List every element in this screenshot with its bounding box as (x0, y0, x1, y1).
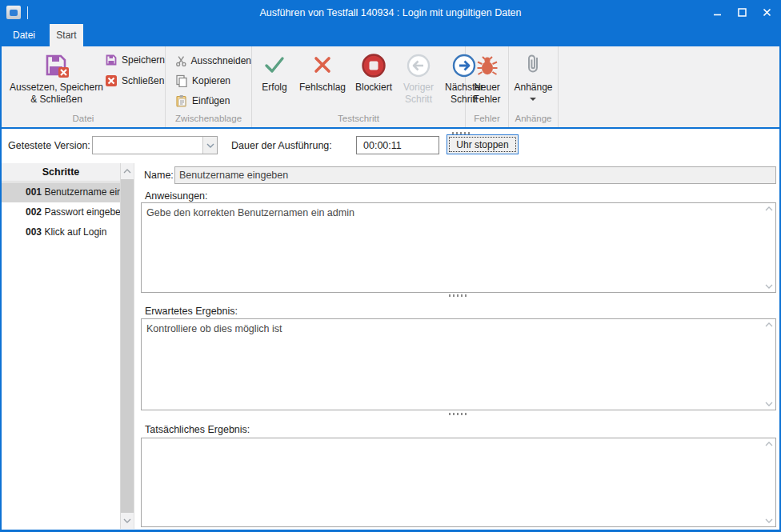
step-item-001[interactable]: 001 Benutzername eingeben (2, 182, 120, 202)
step-number: 003 (26, 226, 42, 238)
splitter-handle[interactable] (449, 413, 468, 415)
instructions-textarea[interactable]: Gebe den korrekten Benutzernamen ein adm… (142, 203, 775, 292)
instructions-box: Gebe den korrekten Benutzernamen ein adm… (141, 202, 776, 293)
scroll-down-icon (765, 284, 773, 289)
duration-label: Dauer der Ausführung: (231, 140, 332, 151)
copy-label: Kopieren (192, 75, 230, 86)
minimize-button[interactable] (705, 2, 730, 23)
step-number: 001 (26, 186, 42, 198)
scroll-up-icon (765, 442, 773, 446)
tested-version-label: Getestete Version: (8, 140, 90, 151)
close-icon (763, 8, 771, 17)
group-label-testschritt: Testschritt (252, 113, 465, 127)
step-number: 002 (26, 206, 42, 218)
save-icon (105, 54, 118, 66)
save-button[interactable]: Speichern (105, 54, 165, 66)
titlebar-separator (27, 6, 28, 19)
steps-header: Schritte (2, 163, 120, 182)
combo-chevron-icon (206, 143, 214, 148)
actual-result-label: Tatsächliches Ergebnis: (145, 424, 250, 435)
cut-button[interactable]: Ausschneiden (175, 54, 251, 67)
scroll-up-icon (765, 322, 773, 327)
pass-button[interactable]: Erfolg (255, 46, 294, 113)
tab-start[interactable]: Start (50, 24, 83, 46)
copy-icon (175, 74, 188, 87)
window-controls (705, 2, 779, 23)
scroll-down-icon (765, 402, 773, 406)
group-label-datei: Datei (2, 113, 165, 127)
previous-step-button[interactable]: Voriger Schritt (399, 46, 438, 113)
maximize-button[interactable] (730, 2, 755, 23)
actual-result-textarea[interactable] (142, 438, 775, 526)
close-button[interactable] (755, 2, 779, 23)
new-defect-button[interactable]: Neuer Fehler (466, 46, 508, 113)
ribbon-group-fehler: Neuer Fehler Fehler (466, 46, 509, 127)
close-window-button[interactable]: Schließen (105, 74, 165, 87)
step-label: Klick auf Login (44, 226, 106, 238)
suspend-save-close-button[interactable]: Aussetzen, Speichern & Schließen (8, 46, 105, 106)
save-label: Speichern (122, 54, 165, 66)
ribbon: Aussetzen, Speichern & Schließen Speiche… (2, 46, 779, 129)
scroll-down-icon (123, 518, 131, 523)
cross-icon (310, 52, 335, 81)
tested-version-combobox[interactable] (92, 136, 218, 154)
title-bar: Ausführen von Testfall 140934 : Login mi… (2, 2, 779, 23)
ribbon-group-datei: Aussetzen, Speichern & Schließen Speiche… (2, 46, 166, 127)
prev-arrow-icon (405, 52, 432, 81)
suspend-save-close-label: Aussetzen, Speichern & Schließen (8, 82, 105, 106)
main-content: Schritte 001 Benutzername eingeben 002 P… (2, 163, 779, 529)
step-item-002[interactable]: 002 Passwort eingeben (2, 202, 120, 222)
new-defect-label: Neuer Fehler (466, 82, 508, 106)
expected-result-label: Erwartetes Ergebnis: (145, 306, 238, 317)
scroll-down-icon (765, 518, 773, 523)
group-label-fehler: Fehler (466, 113, 508, 127)
ribbon-group-testschritt: Erfolg Fehlschlag Blockiert (252, 46, 466, 127)
ribbon-tab-row: Datei Start (2, 23, 779, 46)
copy-button[interactable]: Kopieren (175, 74, 251, 87)
fail-button[interactable]: Fehlschlag (297, 46, 348, 113)
previous-step-label: Voriger Schritt (399, 82, 438, 106)
blocked-button[interactable]: Blockiert (351, 46, 396, 113)
bug-icon (475, 52, 500, 81)
step-item-003[interactable]: 003 Klick auf Login (2, 222, 120, 242)
step-label: Benutzername eingeben (44, 186, 120, 198)
tested-version-input[interactable] (93, 137, 202, 154)
close-red-icon (105, 74, 118, 87)
stop-watch-button[interactable]: Uhr stoppen (447, 134, 519, 154)
scroll-up-button[interactable] (121, 163, 134, 179)
paperclip-icon (520, 52, 546, 81)
steps-panel: Schritte 001 Benutzername eingeben 002 P… (2, 163, 134, 529)
cut-icon (175, 54, 187, 67)
group-label-zwischenablage: Zwischenablage (166, 113, 251, 127)
cut-label: Ausschneiden (191, 55, 251, 66)
actual-result-box (141, 438, 776, 527)
expected-result-box: Kontrolliere ob dies möglich ist (141, 318, 776, 410)
blocked-label: Blockiert (355, 82, 392, 94)
step-detail-pane: Name: Anweisungen: Gebe den korrekten Be… (141, 163, 776, 529)
blocked-icon (360, 52, 387, 81)
paste-label: Einfügen (192, 95, 230, 106)
scroll-down-button[interactable] (121, 513, 134, 529)
app-icon[interactable] (6, 6, 21, 19)
duration-input[interactable] (356, 136, 439, 154)
tab-datei[interactable]: Datei (8, 24, 40, 46)
scroll-up-icon (123, 169, 131, 174)
window-title: Ausführen von Testfall 140934 : Login mi… (2, 7, 779, 18)
splitter-handle[interactable] (449, 294, 468, 297)
name-label: Name: (144, 170, 174, 181)
group-label-anhaenge: Anhänge (509, 113, 558, 127)
maximize-icon (738, 8, 747, 17)
scroll-up-icon (765, 206, 773, 211)
execute-testcase-window: Ausführen von Testfall 140934 : Login mi… (0, 0, 781, 532)
instructions-label: Anweisungen: (145, 190, 208, 202)
expected-result-textarea[interactable]: Kontrolliere ob dies möglich ist (142, 319, 775, 410)
steps-scrollbar[interactable] (120, 163, 134, 529)
paste-icon (175, 94, 188, 107)
paste-button[interactable]: Einfügen (175, 94, 251, 107)
name-field[interactable] (174, 166, 776, 184)
combo-dropdown-button[interactable] (202, 137, 217, 154)
fail-label: Fehlschlag (299, 82, 346, 94)
step-label: Passwort eingeben (44, 206, 120, 218)
attachments-button[interactable]: Anhänge (514, 46, 552, 113)
scrollbar-thumb[interactable] (121, 179, 134, 513)
